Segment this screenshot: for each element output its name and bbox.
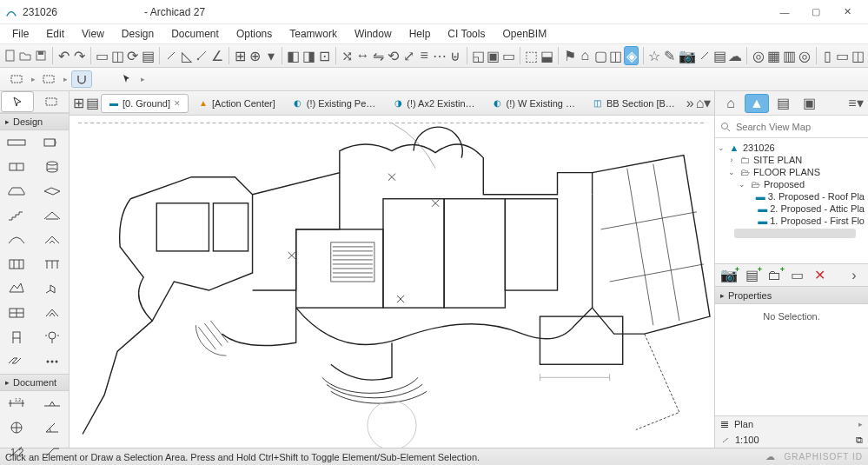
nav-publisher-icon[interactable]: ▣ (797, 94, 821, 113)
camera-icon[interactable]: 📷 (679, 46, 696, 65)
document-header[interactable]: ▸Document (0, 374, 69, 391)
magnet-icon[interactable] (71, 70, 92, 88)
design-header[interactable]: ▸Design (0, 113, 69, 130)
mesh-tool[interactable] (3, 303, 30, 322)
menu-file[interactable]: File (5, 26, 36, 42)
slab-icon[interactable]: ▭ (502, 46, 516, 65)
menu-edit[interactable]: Edit (39, 26, 71, 42)
chair-tool[interactable] (3, 328, 30, 347)
search-input[interactable] (736, 122, 863, 132)
tree-item[interactable]: FLOOR PLANS (753, 167, 820, 177)
box-icon[interactable]: ▢ (593, 46, 607, 65)
railing-tool[interactable] (39, 255, 65, 274)
flag-icon[interactable]: ⚑ (563, 46, 577, 65)
align-icon[interactable]: ≡ (417, 46, 431, 65)
mirror-icon[interactable]: ⇋ (371, 46, 385, 65)
tab-close-icon[interactable]: ✕ (174, 99, 181, 108)
tree-item[interactable]: SITE PLAN (753, 155, 802, 165)
open-icon[interactable] (19, 46, 33, 65)
stair-tool[interactable] (3, 206, 30, 225)
sel-rect-icon[interactable] (7, 70, 28, 88)
delete-icon[interactable]: ✕ (811, 268, 828, 283)
section-icon[interactable]: ◫ (609, 46, 623, 65)
tab-w-existing[interactable]: ◐ (!) W Existing … (485, 94, 583, 113)
slab-tool[interactable] (39, 182, 65, 201)
tool-b-icon[interactable]: ◨ (302, 46, 316, 65)
curtain-tool[interactable] (3, 255, 30, 274)
tree-item[interactable]: Proposed (764, 179, 805, 189)
layers-icon[interactable]: ▤ (142, 46, 156, 65)
arrow-tool[interactable] (1, 91, 34, 112)
morph-tool[interactable] (3, 279, 30, 298)
tree-item[interactable]: 2. Proposed - Attic Pla (770, 203, 865, 214)
menu-citools[interactable]: CI Tools (441, 26, 492, 42)
beam-tool[interactable] (3, 182, 30, 201)
build-icon[interactable]: ▣ (487, 46, 500, 65)
undo-icon[interactable]: ↶ (57, 46, 71, 65)
tree-item[interactable]: 1. Proposed - First Flo (770, 216, 865, 226)
rule-icon[interactable]: ⟋ (698, 46, 712, 65)
menu-teamwork[interactable]: Teamwork (282, 26, 344, 42)
tab-existing-pe[interactable]: ◐ (!) Existing Pe… (285, 94, 383, 113)
popout-icon[interactable]: ⧉ (856, 435, 863, 446)
cloud-icon[interactable]: ☁ (765, 451, 775, 462)
new-book-icon[interactable]: ▤ (743, 268, 760, 283)
cloud-icon[interactable]: ☁ (728, 46, 742, 65)
view-type[interactable]: Plan (734, 419, 753, 429)
save-icon[interactable] (34, 46, 48, 65)
grid-icon[interactable]: ⊞ (234, 46, 248, 65)
merge-icon[interactable]: ⊎ (448, 46, 462, 65)
sel-lasso-icon[interactable] (39, 70, 60, 88)
lamp-tool[interactable] (39, 328, 65, 347)
menu-openbim[interactable]: OpenBIM (495, 26, 553, 42)
rotate2-icon[interactable]: ⟲ (387, 46, 401, 65)
column-tool[interactable] (39, 157, 65, 176)
tree-item[interactable]: 3. Proposed - Roof Pla (768, 191, 865, 202)
tool-c-icon[interactable]: ⊡ (317, 46, 331, 65)
dim-tool[interactable]: 1,2 (3, 394, 30, 413)
window-tool[interactable] (3, 157, 30, 176)
roof-tool[interactable] (39, 206, 65, 225)
menu-view[interactable]: View (75, 26, 111, 42)
edit-icon[interactable]: ✎ (663, 46, 677, 65)
tool-a-icon[interactable]: ◧ (287, 46, 301, 65)
tabs-menu-icon[interactable]: ⌂▾ (696, 94, 712, 113)
menu-help[interactable]: Help (402, 26, 438, 42)
rotate-icon[interactable]: ⟳ (126, 46, 140, 65)
brand-label[interactable]: GRAPHISOFT ID (784, 452, 863, 462)
p1-icon[interactable]: ▯ (820, 46, 834, 65)
new-view-icon[interactable]: 📷 (720, 268, 738, 283)
menu-options[interactable]: Options (229, 26, 279, 42)
view-b-icon[interactable]: ⬓ (540, 46, 554, 65)
drawing-canvas[interactable] (70, 116, 714, 448)
redo-icon[interactable]: ↷ (72, 46, 86, 65)
properties-header[interactable]: ▸Properties (715, 287, 868, 304)
view-a-icon[interactable]: ⬚ (525, 46, 539, 65)
menu-design[interactable]: Design (115, 26, 161, 42)
ruler-icon[interactable]: ⟋ (164, 46, 178, 65)
3d-icon[interactable]: ◈ (624, 46, 638, 65)
star-icon[interactable]: ☆ (647, 46, 661, 65)
wall-tool[interactable] (3, 133, 30, 152)
distribute-icon[interactable]: ⋯ (433, 46, 447, 65)
new-folder-icon[interactable]: 🗀 (765, 268, 783, 283)
skylight-tool[interactable] (39, 230, 65, 249)
level-tool[interactable] (39, 394, 65, 413)
cube-icon[interactable]: ◱ (471, 46, 485, 65)
zone-tool[interactable] (39, 303, 65, 322)
o3-icon[interactable]: ▥ (782, 46, 796, 65)
triangle-icon[interactable]: ◺ (180, 46, 194, 65)
angle-tool[interactable] (39, 418, 65, 437)
maximize-button[interactable]: ▢ (800, 3, 832, 22)
angle-icon[interactable]: ∠ (210, 46, 224, 65)
minimize-button[interactable]: — (769, 3, 800, 22)
scrollbar-thumb[interactable] (734, 229, 856, 238)
target-icon[interactable]: ⊕ (248, 46, 262, 65)
p3-icon[interactable]: ◫ (851, 46, 865, 65)
object-tool[interactable] (39, 279, 65, 298)
nav-layout-icon[interactable]: ▤ (771, 94, 795, 113)
home-icon[interactable]: ⌂ (579, 46, 593, 65)
view-tree[interactable]: ⌄▲231026 ›🗀SITE PLAN ⌄🗁FLOOR PLANS ⌄🗁Pro… (715, 138, 868, 264)
arrows-icon[interactable]: ⤭ (341, 46, 354, 65)
new-icon[interactable] (3, 46, 17, 65)
